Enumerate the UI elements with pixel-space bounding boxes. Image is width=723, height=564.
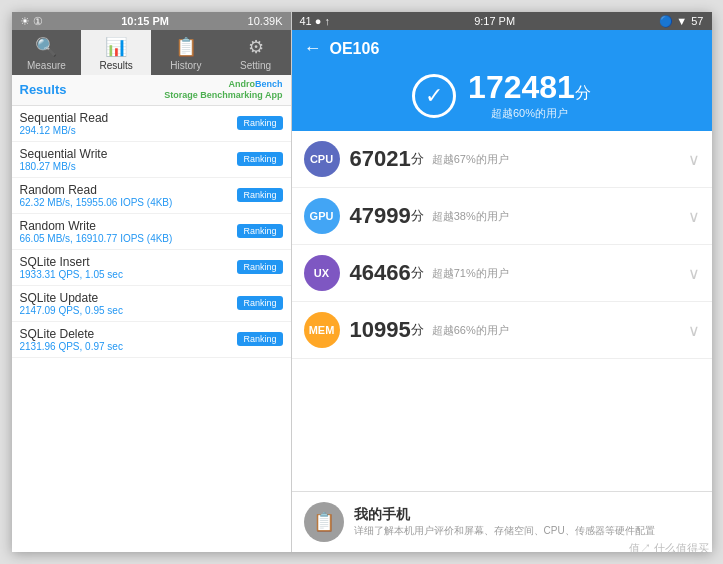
check-circle-icon: ✓ [412, 74, 456, 118]
chevron-down-icon: ∨ [688, 264, 700, 283]
metric-subtitle-ux: 超越71%的用户 [432, 266, 509, 281]
metric-subtitle-cpu: 超越67%的用户 [432, 152, 509, 167]
right-status-bar: 41 ● ↑ 9:17 PM 🔵 ▼ 57 [292, 12, 712, 30]
total-score-display: 172481分 [468, 71, 591, 104]
androbench-logo: AndroBench Storage Benchmarking App [164, 79, 282, 101]
tab-history[interactable]: 📋 History [151, 30, 221, 75]
benchmark-info: SQLite Delete 2131.96 QPS, 0.97 sec [20, 327, 123, 352]
androbench-name: AndroBench [228, 79, 282, 89]
ranking-button[interactable]: Ranking [237, 188, 282, 202]
chevron-down-icon: ∨ [688, 321, 700, 340]
metric-row-cpu[interactable]: CPU 67021分 超越67%的用户 ∨ [292, 131, 712, 188]
benchmark-item: Sequential Write 180.27 MB/s Ranking [12, 142, 291, 178]
total-score: 172481 [468, 69, 575, 105]
metric-subtitle-gpu: 超越38%的用户 [432, 209, 509, 224]
benchmark-name: Random Write [20, 219, 173, 233]
metric-badge-mem: MEM [304, 312, 340, 348]
my-phone-text: 我的手机 详细了解本机用户评价和屏幕、存储空间、CPU、传感器等硬件配置 [354, 506, 655, 538]
ranking-button[interactable]: Ranking [237, 224, 282, 238]
benchmark-name: Random Read [20, 183, 173, 197]
benchmark-info: SQLite Insert 1933.31 QPS, 1.05 sec [20, 255, 123, 280]
benchmark-value: 66.05 MB/s, 16910.77 IOPS (4KB) [20, 233, 173, 244]
tab-measure-label: Measure [27, 60, 66, 71]
left-time: 10:15 PM [121, 15, 169, 27]
right-panel: 41 ● ↑ 9:17 PM 🔵 ▼ 57 ← OE106 ✓ 172481分 … [292, 12, 712, 552]
benchmark-item: SQLite Insert 1933.31 QPS, 1.05 sec Rank… [12, 250, 291, 286]
history-icon: 📋 [175, 36, 197, 58]
right-time: 9:17 PM [474, 15, 515, 27]
metric-badge-gpu: GPU [304, 198, 340, 234]
androbench-tagline: Storage Benchmarking App [164, 90, 282, 100]
battery-level: 57 [691, 15, 703, 27]
metric-row-mem[interactable]: MEM 10995分 超越66%的用户 ∨ [292, 302, 712, 359]
antutu-header: ← OE106 ✓ 172481分 超越60%的用户 [292, 30, 712, 131]
ranking-button[interactable]: Ranking [237, 116, 282, 130]
ranking-button[interactable]: Ranking [237, 260, 282, 274]
left-panel: ☀ ① 10:15 PM 10.39K 🔍 Measure 📊 Results … [12, 12, 292, 552]
antutu-nav: ← OE106 [304, 38, 700, 59]
benchmark-value: 2147.09 QPS, 0.95 sec [20, 305, 123, 316]
benchmark-value: 1933.31 QPS, 1.05 sec [20, 269, 123, 280]
ranking-button[interactable]: Ranking [237, 296, 282, 310]
benchmark-list: Sequential Read 294.12 MB/s Ranking Sequ… [12, 106, 291, 552]
benchmark-name: Sequential Write [20, 147, 108, 161]
setting-icon: ⚙ [248, 36, 264, 58]
metrics-list: CPU 67021分 超越67%的用户 ∨ GPU 47999分 超越38%的用… [292, 131, 712, 491]
benchmark-item: SQLite Delete 2131.96 QPS, 0.97 sec Rank… [12, 322, 291, 358]
right-status-icons-right: 🔵 ▼ [659, 15, 687, 28]
back-arrow-icon[interactable]: ← [304, 38, 322, 59]
metric-score-mem: 10995 [350, 317, 411, 343]
benchmark-item: Sequential Read 294.12 MB/s Ranking [12, 106, 291, 142]
metric-subtitle-mem: 超越66%的用户 [432, 323, 509, 338]
benchmark-info: Sequential Read 294.12 MB/s [20, 111, 109, 136]
metric-badge-ux: UX [304, 255, 340, 291]
metric-row-gpu[interactable]: GPU 47999分 超越38%的用户 ∨ [292, 188, 712, 245]
benchmark-value: 180.27 MB/s [20, 161, 108, 172]
score-info: 172481分 超越60%的用户 [468, 71, 591, 121]
score-unit: 分 [575, 84, 591, 101]
score-section: ✓ 172481分 超越60%的用户 [304, 71, 700, 121]
chevron-down-icon: ∨ [688, 150, 700, 169]
tab-measure[interactable]: 🔍 Measure [12, 30, 82, 75]
benchmark-info: Random Write 66.05 MB/s, 16910.77 IOPS (… [20, 219, 173, 244]
benchmark-info: SQLite Update 2147.09 QPS, 0.95 sec [20, 291, 123, 316]
ranking-button[interactable]: Ranking [237, 332, 282, 346]
benchmark-value: 2131.96 QPS, 0.97 sec [20, 341, 123, 352]
right-status-left: 41 ● ↑ [300, 15, 331, 27]
metric-badge-cpu: CPU [304, 141, 340, 177]
tab-setting-label: Setting [240, 60, 271, 71]
ranking-button[interactable]: Ranking [237, 152, 282, 166]
benchmark-name: SQLite Update [20, 291, 123, 305]
benchmark-name: Sequential Read [20, 111, 109, 125]
nav-tabs: 🔍 Measure 📊 Results 📋 History ⚙ Setting [12, 30, 291, 75]
tab-setting[interactable]: ⚙ Setting [221, 30, 291, 75]
metric-score-cpu: 67021 [350, 146, 411, 172]
benchmark-value: 294.12 MB/s [20, 125, 109, 136]
chevron-down-icon: ∨ [688, 207, 700, 226]
benchmark-item: Random Read 62.32 MB/s, 15955.06 IOPS (4… [12, 178, 291, 214]
my-phone-title: 我的手机 [354, 506, 655, 524]
tab-results-label: Results [99, 60, 132, 71]
results-title: Results [20, 82, 67, 97]
metric-score-gpu: 47999 [350, 203, 411, 229]
left-status-bar: ☀ ① 10:15 PM 10.39K [12, 12, 291, 30]
tab-history-label: History [170, 60, 201, 71]
benchmark-item: Random Write 66.05 MB/s, 16910.77 IOPS (… [12, 214, 291, 250]
benchmark-item: SQLite Update 2147.09 QPS, 0.95 sec Rank… [12, 286, 291, 322]
right-status-right: 🔵 ▼ 57 [659, 15, 703, 28]
benchmark-name: SQLite Insert [20, 255, 123, 269]
results-icon: 📊 [105, 36, 127, 58]
results-header: Results AndroBench Storage Benchmarking … [12, 75, 291, 106]
benchmark-info: Sequential Write 180.27 MB/s [20, 147, 108, 172]
device-name: OE106 [330, 40, 380, 58]
tab-results[interactable]: 📊 Results [81, 30, 151, 75]
left-status-icons: ☀ ① [20, 15, 43, 28]
metric-score-ux: 46466 [350, 260, 411, 286]
benchmark-value: 62.32 MB/s, 15955.06 IOPS (4KB) [20, 197, 173, 208]
left-status-right: 10.39K [248, 15, 283, 27]
metric-row-ux[interactable]: UX 46466分 超越71%的用户 ∨ [292, 245, 712, 302]
right-status-icons-left: 41 ● ↑ [300, 15, 331, 27]
my-phone-desc: 详细了解本机用户评价和屏幕、存储空间、CPU、传感器等硬件配置 [354, 524, 655, 538]
measure-icon: 🔍 [35, 36, 57, 58]
benchmark-info: Random Read 62.32 MB/s, 15955.06 IOPS (4… [20, 183, 173, 208]
